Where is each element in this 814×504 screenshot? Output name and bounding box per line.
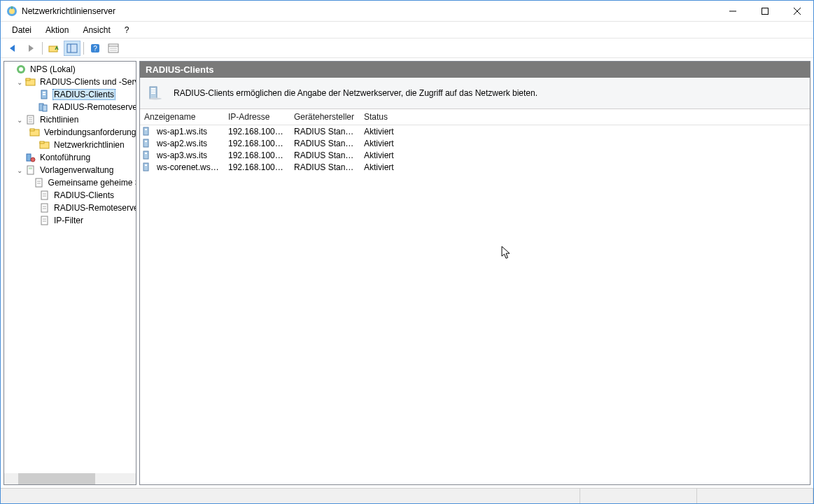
table-row[interactable]: ws-corenet.ws.its192.168.100.247RADIUS S… [140,161,810,173]
svg-rect-40 [41,191,48,200]
svg-rect-35 [27,166,34,174]
svg-rect-30 [30,129,34,131]
tree-item-template-radius-remote[interactable]: RADIUS-Remoteserver [4,202,136,214]
table-row[interactable]: ws-ap1.ws.its192.168.100.151RADIUS Stand… [140,125,810,137]
window-title: Netzwerkrichtlinienserver [22,6,717,16]
col-anzeigename[interactable]: Anzeigename [140,109,224,125]
svg-rect-22 [43,94,45,95]
content-area: NPS (Lokal) ⌄ RADIUS-Clients und -Server… [1,58,813,488]
tree-root[interactable]: NPS (Lokal) [4,63,136,76]
menu-datei[interactable]: Datei [5,23,38,37]
svg-rect-46 [41,216,48,225]
col-ip[interactable]: IP-Adresse [224,109,290,125]
sheet-icon [39,215,50,226]
title-bar: Netzwerkrichtlinienserver [1,1,813,22]
toolbar-separator [42,42,43,55]
table-row[interactable]: ws-ap2.ws.its192.168.100.152RADIUS Stand… [140,137,810,149]
svg-rect-8 [67,44,77,52]
sheet-icon [39,190,50,201]
help-button[interactable]: ? [87,41,104,56]
scroll-thumb[interactable] [18,473,95,484]
cell-status: Aktiviert [360,139,409,148]
toolbar-separator [83,42,84,55]
svg-point-1 [9,8,15,14]
svg-rect-2 [11,6,13,9]
sheet-icon [25,114,36,125]
minimize-button[interactable] [717,1,749,22]
properties-button[interactable] [105,41,122,56]
status-section [1,489,580,503]
col-vendor[interactable]: Gerätehersteller [290,109,360,125]
up-folder-button[interactable] [45,41,62,56]
svg-rect-21 [43,92,45,93]
table-row[interactable]: ws-ap3.ws.its192.168.100.153RADIUS Stand… [140,149,810,161]
table-header: Anzeigename IP-Adresse Gerätehersteller … [140,109,810,125]
tree-node-kontofuehrung[interactable]: Kontoführung [4,151,136,164]
client-icon [141,162,151,172]
menu-ansicht[interactable]: Ansicht [76,23,117,37]
tree-item-ip-filter[interactable]: IP-Filter [4,214,136,227]
close-button[interactable] [781,1,813,22]
sheet-icon [34,177,45,188]
tree-item-shared-secret[interactable]: Gemeinsame geheime Schlüssel [4,176,136,189]
svg-rect-59 [145,153,147,154]
main-pane: RADIUS-Clients RADIUS-Clients ermögliche… [139,61,811,485]
folder-icon [25,76,36,88]
accounting-icon [25,152,36,163]
close-icon [794,8,801,15]
back-button[interactable] [4,41,21,56]
client-icon [141,127,151,136]
client-icon [141,139,151,148]
tree-node-vorlagenverwaltung[interactable]: ⌄ Vorlagenverwaltung [4,164,136,176]
svg-rect-55 [145,129,147,130]
chevron-down-icon[interactable]: ⌄ [14,78,25,86]
cell-ip: 192.168.100.151 [224,127,290,136]
cell-vendor: RADIUS Standard [290,162,360,172]
tree-item-template-radius-clients[interactable]: RADIUS-Clients [4,189,136,202]
tree-item-verbindungsanforderung[interactable]: Verbindungsanforderungsrichtlinien [4,126,136,139]
menu-aktion[interactable]: Aktion [38,23,76,37]
cell-name: ws-ap1.ws.its [153,127,224,136]
svg-rect-33 [27,154,31,161]
sheet-icon [39,202,50,214]
nps-icon [15,64,27,75]
server-icon [39,89,50,100]
help-icon: ? [90,43,101,54]
svg-rect-43 [41,204,48,212]
tree-item-radius-remote-groups[interactable]: RADIUS-Remoteservergruppen [4,101,136,113]
panes-icon [66,43,78,54]
menu-help[interactable]: ? [118,23,136,37]
table-host[interactable]: Anzeigename IP-Adresse Gerätehersteller … [140,109,810,484]
cell-status: Aktiviert [360,150,409,160]
servers-icon [38,102,49,113]
tree-node-richtlinien[interactable]: ⌄ Richtlinien [4,113,136,126]
svg-rect-56 [143,139,148,147]
pane-title: RADIUS-Clients [140,62,810,78]
svg-rect-60 [143,163,148,171]
tree-item-radius-clients[interactable]: RADIUS-Clients [4,88,136,101]
svg-rect-37 [36,178,42,187]
cell-vendor: RADIUS Standard [290,127,360,136]
col-status[interactable]: Status [360,109,409,125]
chevron-down-icon[interactable]: ⌄ [14,167,25,174]
client-icon [141,150,151,160]
cell-ip: 192.168.100.153 [224,150,290,160]
chevron-down-icon[interactable]: ⌄ [14,116,25,124]
tree-node-radius-clients-servers[interactable]: ⌄ RADIUS-Clients und -Server [4,76,136,88]
show-tree-button[interactable] [64,41,80,56]
maximize-button[interactable] [749,1,781,22]
svg-rect-50 [151,88,155,90]
status-section [580,489,696,503]
cell-vendor: RADIUS Standard [290,150,360,160]
cell-status: Aktiviert [360,162,409,172]
folder-icon [29,127,41,138]
window-list-icon [108,43,119,54]
tree-item-netzwerkrichtlinien[interactable]: Netzwerkrichtlinien [4,139,136,151]
svg-point-17 [19,67,23,71]
horizontal-scrollbar[interactable] [4,473,136,484]
back-arrow-icon [7,43,18,54]
cell-ip: 192.168.100.152 [224,139,290,148]
forward-button[interactable] [22,41,39,56]
tree-pane[interactable]: NPS (Lokal) ⌄ RADIUS-Clients und -Server… [3,61,136,485]
svg-rect-58 [143,151,148,159]
